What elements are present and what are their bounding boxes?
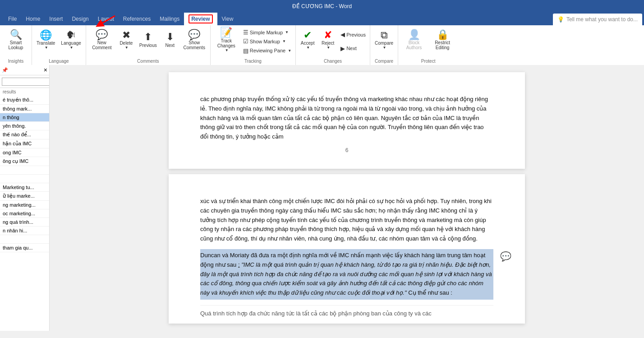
accept-button[interactable]: ✔ Accept ▼ [298, 26, 317, 53]
language-button[interactable]: 🗣 Language ▼ [58, 26, 84, 53]
sidebar-item[interactable] [0, 175, 49, 183]
new-comment-button[interactable]: 💬 New Comment [88, 26, 116, 53]
next-change-button[interactable]: ▶ Next [338, 45, 368, 52]
language-label: Language [34, 58, 84, 65]
document-title: ĐỀ CƯƠNG IMC - Word [292, 3, 352, 9]
sidebar-item[interactable]: ong IMC [0, 148, 49, 157]
changes-label: Changes [298, 58, 368, 65]
compare-label: Compare [372, 58, 396, 65]
sidebar-item[interactable]: n nhân hi... [0, 227, 49, 235]
simple-markup-button[interactable]: ☰ Simple Markup ▼ [241, 28, 294, 36]
page-7-text-intro: xúc và sự triển khai thành công một chiế… [200, 197, 493, 244]
next-comment-button[interactable]: ⬇ Next [160, 26, 180, 53]
tell-me-icon: 💡 [557, 16, 564, 23]
group-protect: 👤 Block Authors 🔒 Restrict Editing Prote… [398, 25, 458, 65]
search-input[interactable] [2, 78, 50, 86]
sidebar-item[interactable]: Marketing tu... [0, 183, 49, 192]
sidebar-item[interactable]: ông cụ IMC [0, 157, 49, 166]
sidebar-results: é truyền thô... thông mark... n thông yê… [0, 96, 49, 331]
previous-comment-button[interactable]: ⬆ Previous [137, 26, 160, 53]
show-markup-button[interactable]: ☑ Show Markup ▼ [241, 37, 294, 45]
page-6: các phương pháp truyền thống xử lý các y… [169, 72, 525, 169]
sidebar-search-container: 🔍 [0, 75, 49, 88]
tab-design[interactable]: Design [67, 13, 93, 25]
group-changes: ✔ Accept ▼ ✘ Reject ▼ ◀ Previous ▶ Next [296, 25, 370, 65]
compare-arrow: ▼ [383, 46, 386, 50]
compare-button[interactable]: ⧉ Compare ▼ [372, 26, 396, 53]
reject-arrow: ▼ [327, 46, 330, 50]
sidebar-pin-icon[interactable]: 📌 [2, 67, 8, 73]
sidebar-item[interactable]: thế nào để... [0, 130, 49, 139]
reviewing-pane-icon: ▤ [243, 47, 248, 54]
smart-lookup-button[interactable]: 🔍 Smart Lookup [2, 26, 30, 53]
svg-line-1 [99, 16, 115, 25]
tab-review[interactable]: Review [184, 13, 217, 25]
changes-buttons: ✔ Accept ▼ ✘ Reject ▼ ◀ Previous ▶ Next [298, 25, 368, 58]
sidebar-item[interactable]: ng marketing... [0, 201, 49, 209]
next-change-icon: ▶ [340, 45, 345, 52]
page-6-text: các phương pháp truyền thống xử lý các y… [200, 95, 493, 142]
sidebar-item[interactable]: ữ liệu marke... [0, 192, 49, 201]
restrict-editing-button[interactable]: 🔒 Restrict Editing [428, 26, 456, 53]
block-authors-icon: 👤 [408, 29, 420, 40]
underline-span: : [238, 261, 240, 268]
show-comments-button[interactable]: 💬 Show Comments [180, 26, 208, 53]
block-authors-button[interactable]: 👤 Block Authors [400, 26, 428, 53]
translate-button[interactable]: 🌐 Translate ▼ [34, 26, 58, 53]
sidebar-item[interactable]: oc marketing... [0, 209, 49, 218]
previous-change-button[interactable]: ◀ Previous [338, 31, 368, 38]
tab-bar: File Home Insert Design Layout Reference… [0, 13, 553, 25]
tab-view[interactable]: View [217, 13, 238, 25]
simple-markup-icon: ☰ [243, 29, 248, 36]
red-arrow-svg [92, 14, 120, 27]
sidebar-close-button[interactable]: × [44, 66, 47, 74]
highlighted-section: 💬 Duncan và Moriaty đã đưa ra một định n… [200, 249, 493, 300]
smart-lookup-icon: 🔍 [10, 29, 22, 40]
tab-references[interactable]: References [119, 13, 155, 25]
group-compare: ⧉ Compare ▼ Compare [370, 25, 398, 65]
sidebar-item[interactable]: yên thông. [0, 122, 49, 130]
tab-file[interactable]: File [4, 13, 21, 25]
reject-icon: ✘ [324, 30, 332, 41]
changes-stack: ◀ Previous ▶ Next [338, 28, 368, 55]
sidebar-item[interactable]: n thông [0, 113, 49, 122]
show-markup-label: Show Markup [250, 39, 280, 44]
tab-insert[interactable]: Insert [45, 13, 67, 25]
ribbon: 🔍 Smart Lookup Insights 🌐 Translate ▼ 🗣 … [0, 25, 644, 65]
sidebar-item[interactable]: é truyền thô... [0, 96, 49, 105]
sidebar-item[interactable]: thông mark... [0, 105, 49, 113]
new-comment-container: 💬 New Comment [88, 26, 116, 53]
translate-arrow: ▼ [45, 46, 48, 50]
tell-me-text[interactable]: Tell me what you want to do... [566, 16, 638, 23]
reject-button[interactable]: ✘ Reject ▼ [318, 26, 338, 53]
sidebar-item[interactable]: tham gia qu... [0, 244, 49, 252]
group-comments: 💬 New Comment ✖ Delete ▼ ⬆ Previous ⬇ Ne… [86, 25, 211, 65]
sidebar-item[interactable]: hận của IMC [0, 139, 49, 148]
sidebar-item[interactable]: ng quá trình... [0, 218, 49, 227]
tab-mailings[interactable]: Mailings [155, 13, 184, 25]
page-7-highlighted-text: Duncan và Moriaty đã đưa ra một định ngh… [200, 249, 493, 300]
reviewing-pane-button[interactable]: ▤ Reviewing Pane ▼ [241, 47, 294, 55]
track-changes-button[interactable]: 📝 Track Changes ▼ [212, 26, 240, 53]
previous-change-icon: ◀ [340, 31, 345, 38]
reviewing-pane-label: Reviewing Pane [250, 48, 286, 53]
next-change-label: Next [346, 46, 357, 51]
restrict-editing-icon: 🔒 [437, 29, 449, 40]
delete-button[interactable]: ✖ Delete ▼ [116, 26, 136, 53]
sidebar-item[interactable] [0, 166, 49, 175]
track-changes-icon: 📝 [220, 27, 232, 38]
document-area[interactable]: các phương pháp truyền thống xử lý các y… [50, 65, 644, 331]
track-changes-arrow: ▼ [225, 48, 229, 52]
page-7: xúc và sự triển khai thành công một chiế… [169, 174, 525, 324]
language-icon: 🗣 [66, 30, 76, 41]
tab-home[interactable]: Home [21, 13, 45, 25]
tracking-stack: ☰ Simple Markup ▼ ☑ Show Markup ▼ ▤ Revi… [241, 28, 294, 55]
comment-indicator[interactable]: 💬 [500, 249, 511, 264]
sidebar: 📌 × 🔍 results é truyền thô... thông mark… [0, 65, 50, 331]
group-insights: 🔍 Smart Lookup Insights [0, 25, 32, 65]
compare-icon: ⧉ [381, 30, 388, 41]
insights-buttons: 🔍 Smart Lookup [2, 25, 30, 58]
new-comment-icon: 💬 [96, 29, 108, 40]
sidebar-item[interactable] [0, 235, 49, 244]
tracking-label: Tracking [212, 58, 294, 65]
